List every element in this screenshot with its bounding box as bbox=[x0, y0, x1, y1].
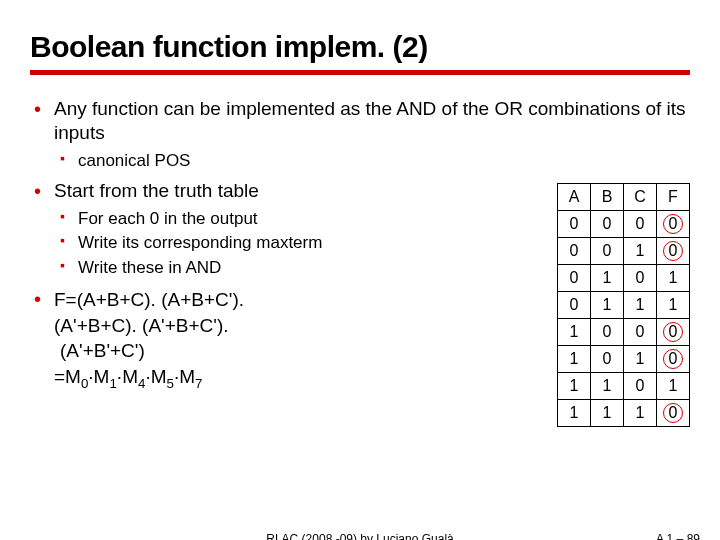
cell: 1 bbox=[591, 373, 624, 400]
bullet-2-sub-1: For each 0 in the output bbox=[54, 208, 547, 230]
cell: 1 bbox=[558, 400, 591, 427]
bullet-1-text: Any function can be implemented as the A… bbox=[54, 98, 686, 143]
cell-F: 0 bbox=[657, 346, 690, 373]
circle-icon: 0 bbox=[663, 403, 683, 423]
slide: Boolean function implem. (2) Any functio… bbox=[0, 0, 720, 540]
cell: 0 bbox=[624, 319, 657, 346]
table-row: 1010 bbox=[558, 346, 690, 373]
cell-F: 0 bbox=[657, 319, 690, 346]
cell: 0 bbox=[591, 211, 624, 238]
footer-right: A 1 – 89 bbox=[656, 532, 700, 540]
cell: 1 bbox=[591, 265, 624, 292]
circle-icon: 0 bbox=[663, 322, 683, 342]
cell: 0 bbox=[591, 346, 624, 373]
table-row: 0010 bbox=[558, 238, 690, 265]
content-row: Start from the truth table For each 0 in… bbox=[30, 179, 690, 427]
circle-icon: 0 bbox=[663, 214, 683, 234]
formula-line-1: F=(A+B+C). (A+B+C'). bbox=[54, 287, 547, 313]
cell: 1 bbox=[558, 373, 591, 400]
cell-F: 1 bbox=[657, 373, 690, 400]
cell: 0 bbox=[624, 265, 657, 292]
cell: 1 bbox=[558, 346, 591, 373]
truth-table-wrap: A B C F 00000010010101111000101011011110 bbox=[557, 183, 690, 427]
cell: 0 bbox=[558, 211, 591, 238]
cell-F: 0 bbox=[657, 238, 690, 265]
bullet-formula: F=(A+B+C). (A+B+C'). (A'+B+C). (A'+B+C')… bbox=[30, 287, 547, 393]
cell-F: 1 bbox=[657, 292, 690, 319]
cell: 1 bbox=[591, 400, 624, 427]
table-row: 0000 bbox=[558, 211, 690, 238]
cell: 1 bbox=[624, 400, 657, 427]
th-F: F bbox=[657, 184, 690, 211]
left-column: Start from the truth table For each 0 in… bbox=[30, 179, 557, 400]
bullet-2-text: Start from the truth table bbox=[54, 180, 259, 201]
bullet-2-sub-2: Write its corresponding maxterm bbox=[54, 232, 547, 254]
table-row: 1101 bbox=[558, 373, 690, 400]
cell-F: 0 bbox=[657, 400, 690, 427]
th-A: A bbox=[558, 184, 591, 211]
bullet-2: Start from the truth table For each 0 in… bbox=[30, 179, 547, 279]
th-B: B bbox=[591, 184, 624, 211]
formula-line-2: (A'+B+C). (A'+B+C'). bbox=[54, 313, 547, 339]
cell: 0 bbox=[624, 211, 657, 238]
cell: 0 bbox=[558, 265, 591, 292]
cell: 0 bbox=[591, 319, 624, 346]
table-row: 0101 bbox=[558, 265, 690, 292]
truth-table: A B C F 00000010010101111000101011011110 bbox=[557, 183, 690, 427]
footer-center: RLAC (2008 -09) by Luciano Gualà bbox=[266, 532, 453, 540]
cell-F: 0 bbox=[657, 211, 690, 238]
cell: 1 bbox=[624, 346, 657, 373]
cell: 1 bbox=[624, 238, 657, 265]
cell: 0 bbox=[591, 238, 624, 265]
cell: 0 bbox=[558, 238, 591, 265]
table-row: 0111 bbox=[558, 292, 690, 319]
title-rule bbox=[30, 70, 690, 75]
formula-line-3: (A'+B'+C') bbox=[54, 338, 547, 364]
cell: 1 bbox=[558, 319, 591, 346]
table-row: 1000 bbox=[558, 319, 690, 346]
slide-title: Boolean function implem. (2) bbox=[30, 30, 690, 64]
cell-F: 1 bbox=[657, 265, 690, 292]
circle-icon: 0 bbox=[663, 349, 683, 369]
cell: 0 bbox=[558, 292, 591, 319]
cell: 1 bbox=[624, 292, 657, 319]
bullet-1: Any function can be implemented as the A… bbox=[30, 97, 690, 171]
bullet-1-sub-1: canonical POS bbox=[54, 150, 690, 172]
formula-line-4: =M0·M1·M4·M5·M7 bbox=[54, 364, 547, 393]
cell: 1 bbox=[591, 292, 624, 319]
th-C: C bbox=[624, 184, 657, 211]
cell: 0 bbox=[624, 373, 657, 400]
bullet-list: Any function can be implemented as the A… bbox=[30, 97, 690, 171]
formula-block: F=(A+B+C). (A+B+C'). (A'+B+C). (A'+B+C')… bbox=[54, 287, 547, 393]
table-header-row: A B C F bbox=[558, 184, 690, 211]
bullet-2-sub-3: Write these in AND bbox=[54, 257, 547, 279]
table-row: 1110 bbox=[558, 400, 690, 427]
circle-icon: 0 bbox=[663, 241, 683, 261]
